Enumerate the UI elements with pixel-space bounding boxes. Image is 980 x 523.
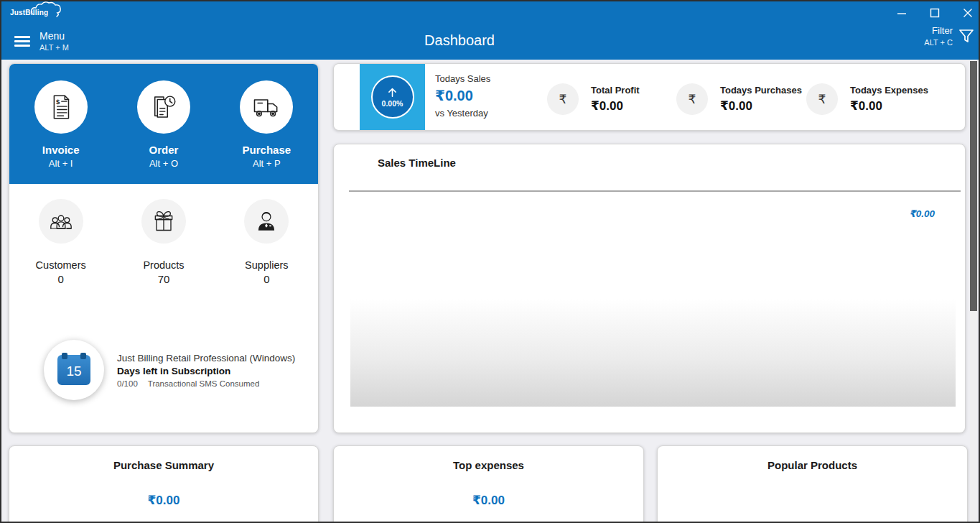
today-sales-accent-block: 0.00% [360,64,425,130]
page-title: Dashboard [0,32,919,49]
todays-purchases-value: ₹0.00 [720,98,802,114]
suppliers-count: 0 [263,273,269,285]
suppliers-circle [244,199,289,244]
entity-row: Customers 0 Products 70 [9,199,318,285]
todays-expenses-stat: ₹ Todays Expenses ₹0.00 [806,83,928,115]
delivery-truck-icon [251,91,282,123]
order-shortcut: Alt + O [149,158,178,169]
arrow-up-icon [386,86,398,98]
invoice-tile[interactable]: $ Invoice Alt + I [9,64,112,184]
cloud-icon [29,1,67,19]
sales-percent-circle: 0.00% [371,75,414,119]
svg-text:$: $ [56,98,60,106]
calendar-icon: 15 [57,355,90,385]
products-circle [141,199,186,244]
justbilling-logo: JustBilling [10,5,67,19]
popular-products-title: Popular Products [658,459,967,471]
today-sales-label: Todays Sales [435,73,490,84]
popular-products-card: Popular Products [657,445,968,523]
days-left-value: 15 [66,364,81,379]
invoice-shortcut: Alt + I [49,158,73,169]
purchase-tile[interactable]: Purchase Alt + P [215,64,318,184]
minimize-icon [897,8,907,18]
suppliers-tile[interactable]: Suppliers 0 [215,199,318,285]
total-profit-value: ₹0.00 [591,98,640,114]
scrollbar-thumb[interactable] [970,61,977,311]
filter-shortcut: ALT + C [924,38,953,47]
products-label: Products [143,259,184,271]
customers-circle [39,199,83,244]
customers-tile[interactable]: Customers 0 [9,199,112,285]
top-expenses-card: Top expenses ₹0.00 [333,445,644,523]
timeline-chart-area [350,299,956,407]
rupee-icon: ₹ [547,83,579,115]
todays-purchases-stat: ₹ Todays Purchases ₹0.00 [676,83,802,115]
sms-count: 0/100 [117,379,138,388]
filter-button[interactable]: Filter ALT + C [924,25,974,47]
close-button[interactable] [961,6,974,19]
sales-timeline-title: Sales TimeLine [378,157,456,169]
stats-card: 0.00% Todays Sales ₹0.00 vs Yesterday ₹ … [333,63,966,131]
total-profit-label: Total Profit [591,85,640,96]
rupee-icon: ₹ [676,83,708,115]
sales-timeline-value: ₹0.00 [909,208,935,219]
subscription-days-label: Days left in Subscription [117,366,295,376]
customers-label: Customers [36,259,86,271]
timeline-divider [349,190,961,192]
today-sales-comparison: vs Yesterday [435,108,490,119]
gift-box-icon [149,207,178,236]
maximize-icon [930,8,940,18]
purchase-shortcut: Alt + P [253,158,281,169]
today-sales-value: ₹0.00 [435,87,490,104]
purchase-label: Purchase [243,144,291,156]
sales-timeline-card: Sales TimeLine ₹0.00 [333,144,966,433]
close-icon [963,8,973,18]
order-document-clock-icon [149,92,179,122]
todays-expenses-value: ₹0.00 [850,98,928,114]
maximize-button[interactable] [928,6,941,19]
sms-label: Transactional SMS Consumed [148,379,260,388]
customers-group-icon [47,207,75,236]
subscription-info: 15 Just Billing Retail Professional (Win… [44,340,295,400]
todays-expenses-label: Todays Expenses [850,85,928,96]
order-label: Order [149,144,179,156]
subscription-days-circle: 15 [44,340,104,400]
suppliers-label: Suppliers [245,259,288,271]
order-tile[interactable]: Order Alt + O [112,64,215,184]
rupee-icon: ₹ [806,83,838,115]
sales-percent-value: 0.00% [382,99,403,108]
todays-purchases-label: Todays Purchases [720,85,802,96]
order-circle [137,80,190,134]
invoice-circle: $ [34,80,88,134]
quick-actions-block: $ Invoice Alt + I Order Alt + O [9,64,318,184]
purchase-summary-value: ₹0.00 [9,493,318,508]
minimize-button[interactable] [895,6,908,19]
invoice-document-icon: $ [46,92,76,122]
invoice-label: Invoice [42,144,80,156]
supplier-person-icon [253,208,280,235]
subscription-product-name: Just Billing Retail Professional (Window… [117,353,295,364]
products-tile[interactable]: Products 70 [112,199,215,285]
vertical-scrollbar[interactable] [970,61,977,522]
purchase-circle [240,80,293,134]
app-header: JustBilling Menu ALT + M Dashboard Filte… [0,0,980,60]
top-expenses-title: Top expenses [334,459,643,471]
filter-funnel-icon [958,27,974,45]
customers-count: 0 [57,273,63,285]
total-profit-stat: ₹ Total Profit ₹0.00 [547,83,640,115]
window-controls [895,6,974,19]
top-expenses-value: ₹0.00 [334,493,643,508]
sidebar-card: $ Invoice Alt + I Order Alt + O [9,63,319,433]
products-count: 70 [158,273,170,285]
purchase-summary-title: Purchase Summary [9,459,318,471]
filter-label: Filter [924,25,953,36]
subscription-sms-line: 0/100Transactional SMS Consumed [117,379,295,388]
purchase-summary-card: Purchase Summary ₹0.00 [9,445,319,523]
